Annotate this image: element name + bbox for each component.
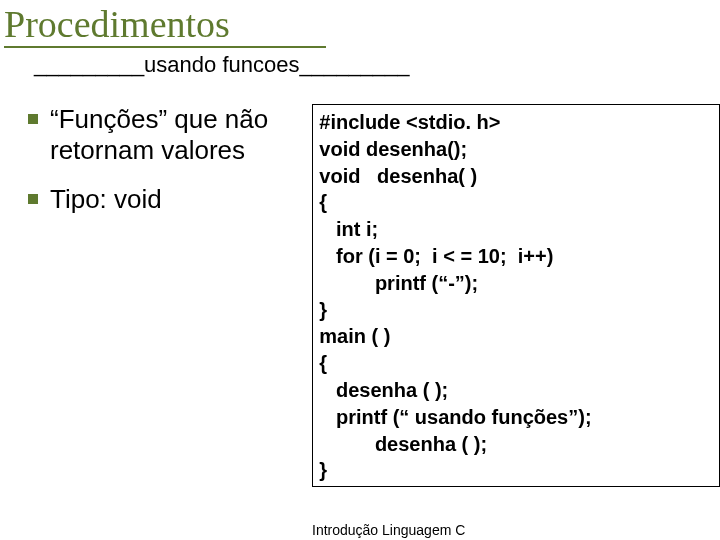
content-area: “Funções” que não retornam valores Tipo:… [0, 104, 720, 487]
bullet-icon [28, 114, 38, 124]
bullet-text: Tipo: void [50, 184, 162, 215]
list-item: Tipo: void [28, 184, 312, 215]
bullet-text: “Funções” que não retornam valores [50, 104, 312, 166]
page-title: Procedimentos [4, 2, 720, 46]
list-item: “Funções” que não retornam valores [28, 104, 312, 166]
footer-text: Introdução Linguagem C [312, 522, 465, 538]
code-box: #include <stdio. h> void desenha(); void… [312, 104, 720, 487]
bullet-icon [28, 194, 38, 204]
subtitle: _________usando funcoes_________ [34, 52, 720, 78]
title-underline [4, 46, 326, 48]
bullet-list: “Funções” que não retornam valores Tipo:… [0, 104, 312, 234]
